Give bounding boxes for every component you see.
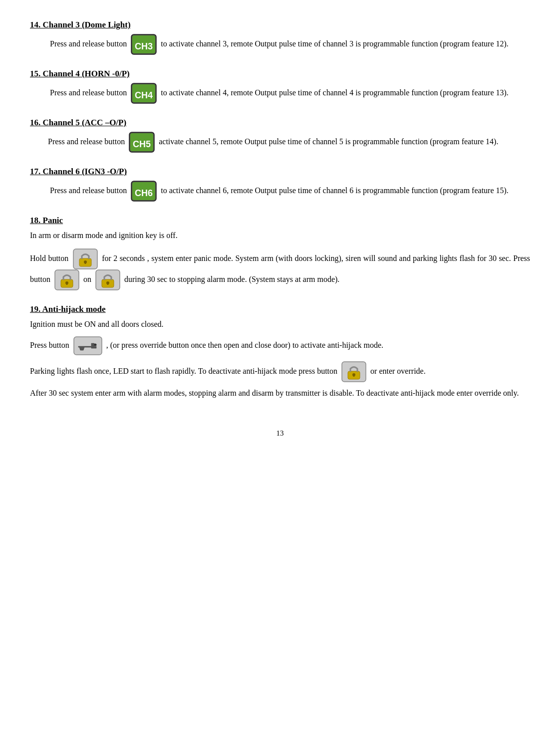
lock-icon-1: [73, 248, 98, 269]
svg-point-25: [94, 344, 96, 346]
section-14-before: Press and release button: [50, 39, 129, 48]
section-19-press-after: , (or press override button once then op…: [106, 341, 383, 349]
section-16-title: 16. Channel 5 (ACC –O/P): [30, 118, 530, 128]
section-17-body: Press and release button CH6 to activate…: [50, 181, 530, 202]
section-19-parking-after: or enter override.: [370, 367, 426, 375]
section-19-line3: Parking lights flash once, LED start to …: [30, 361, 530, 382]
section-15: 15. Channel 4 (HORN -0/P) Press and rele…: [30, 69, 530, 104]
section-15-after: to activate channel 4, remote Output pul…: [161, 88, 509, 97]
section-19-title: 19. Anti-hijack mode: [30, 304, 530, 314]
svg-text:CH5: CH5: [133, 139, 151, 149]
section-17-before: Press and release button: [50, 186, 129, 195]
svg-rect-15: [84, 262, 86, 264]
section-18-after3: during 30 sec to stopping alarm mode. (S…: [124, 275, 339, 283]
section-17-after: to activate channel 6, remote Output pul…: [161, 186, 509, 195]
svg-text:CH4: CH4: [135, 90, 153, 100]
section-19-line2: Press button , (or press override button…: [30, 336, 530, 355]
section-19-parking-before: Parking lights flash once, LED start to …: [30, 367, 339, 375]
svg-rect-24: [74, 337, 102, 355]
section-19: 19. Anti-hijack mode Ignition must be ON…: [30, 304, 530, 399]
lock-icon-2: [54, 269, 79, 290]
section-17: 17. Channel 6 (IGN3 -O/P) Press and rele…: [30, 167, 530, 202]
svg-text:CH3: CH3: [135, 41, 153, 51]
section-18: 18. Panic In arm or disarm mode and igni…: [30, 216, 530, 290]
section-19-line1: Ignition must be ON and all doors closed…: [30, 318, 530, 330]
section-16: 16. Channel 5 (ACC –O/P) Press and relea…: [30, 118, 530, 153]
section-14-body: Press and release button CH3 to activate…: [50, 34, 530, 55]
gun-icon: [73, 336, 102, 355]
section-16-before: Press and release button: [48, 137, 127, 146]
section-14: 14. Channel 3 (Dome Light) Press and rel…: [30, 20, 530, 55]
section-18-line2: Hold button for 2 seconds , system enter…: [30, 248, 530, 290]
svg-rect-19: [66, 283, 67, 285]
section-18-title: 18. Panic: [30, 216, 530, 226]
section-17-title: 17. Channel 6 (IGN3 -O/P): [30, 167, 530, 177]
ch3-icon: CH3: [131, 34, 157, 55]
section-19-press-before: Press button: [30, 341, 71, 349]
section-16-indent: [30, 137, 46, 146]
ch5-icon: CH5: [129, 132, 155, 153]
svg-rect-23: [107, 283, 108, 285]
section-15-title: 15. Channel 4 (HORN -0/P): [30, 69, 530, 79]
section-18-line1: In arm or disarm mode and ignition key i…: [30, 230, 530, 242]
section-19-line4: After 30 sec system enter arm with alarm…: [30, 387, 530, 399]
page-number: 13: [30, 429, 530, 438]
ch4-icon: CH4: [131, 83, 157, 104]
lock-icon-3: [95, 269, 120, 290]
section-15-before: Press and release button: [50, 88, 129, 97]
section-16-after: activate channel 5, remote Output pulse …: [159, 137, 498, 146]
section-18-on-text: on: [83, 275, 91, 283]
section-14-title: 14. Channel 3 (Dome Light): [30, 20, 530, 30]
svg-text:CH6: CH6: [135, 188, 153, 198]
ch6-icon: CH6: [131, 181, 157, 202]
svg-rect-29: [353, 375, 355, 377]
lock-icon-4: [341, 361, 366, 382]
section-15-body: Press and release button CH4 to activate…: [50, 83, 530, 104]
section-18-hold-before: Hold button: [30, 254, 71, 262]
section-16-body: Press and release button CH5 activate ch…: [30, 132, 530, 153]
section-14-after: to activate channel 3, remote Output pul…: [161, 39, 509, 48]
